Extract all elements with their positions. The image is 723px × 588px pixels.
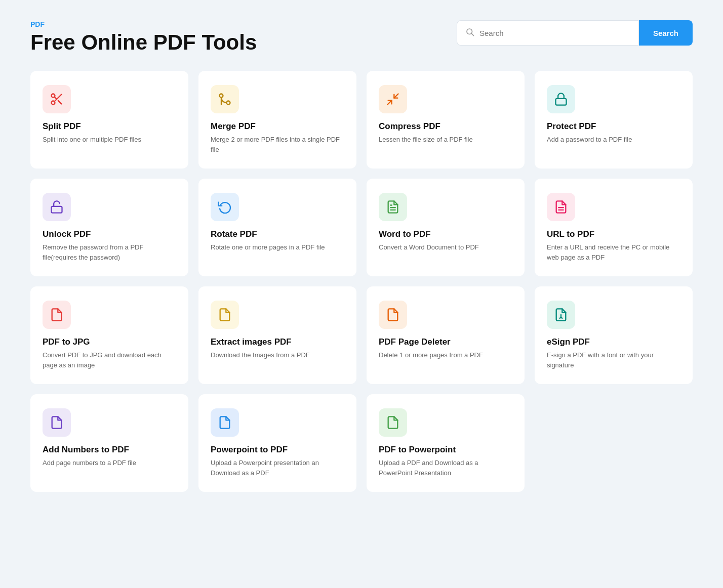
tool-desc: Add a password to a PDF file [547,135,680,145]
tool-name: eSign PDF [547,337,680,347]
tool-name: Protect PDF [547,121,680,132]
tools-container: Split PDF Split into one or multiple PDF… [30,71,693,492]
search-button[interactable]: Search [639,20,693,46]
svg-line-1 [471,33,473,35]
tool-icon-box [547,85,575,113]
svg-line-10 [394,94,398,98]
tool-name: Split PDF [43,121,176,132]
search-area: Search [457,20,693,46]
tool-row-2: PDF to JPG Convert PDF to JPG and downlo… [30,286,693,384]
tool-desc: Delete 1 or more pages from a PDF [379,350,512,360]
tool-name: Powerpoint to PDF [211,445,344,455]
tool-desc: Convert PDF to JPG and download each pag… [43,350,176,370]
brand-label: PDF [30,20,257,28]
tool-icon-box [211,85,239,113]
tool-icon-box [211,301,239,329]
tool-card-2-1[interactable]: Extract images PDF Download the Images f… [198,286,356,384]
tool-icon-box [547,301,575,329]
tool-desc: Enter a URL and receive the PC or mobile… [547,242,680,262]
tool-desc: Add page numbers to a PDF file [43,458,176,468]
tool-desc: Upload a Powerpoint presentation an Down… [211,458,344,478]
tool-icon-box [547,193,575,221]
svg-line-6 [54,97,57,99]
tool-row-0: Split PDF Split into one or multiple PDF… [30,71,693,169]
tool-card-0-0[interactable]: Split PDF Split into one or multiple PDF… [30,71,188,169]
tool-icon-box [43,85,71,113]
tool-name: PDF Page Deleter [379,337,512,347]
search-input[interactable] [479,29,630,37]
tool-card-3-0[interactable]: Add Numbers to PDF Add page numbers to a… [30,394,188,492]
tool-name: Add Numbers to PDF [43,445,176,455]
tool-card-3-1[interactable]: Powerpoint to PDF Upload a Powerpoint pr… [198,394,356,492]
tool-name: URL to PDF [547,229,680,239]
tool-card-1-0[interactable]: Unlock PDF Remove the password from a PD… [30,179,188,276]
tool-name: Word to PDF [379,229,512,239]
tool-desc: Remove the password from a PDF file(requ… [43,242,176,262]
tool-desc: E-sign a PDF with a font or with your si… [547,350,680,370]
svg-rect-11 [556,99,567,105]
tool-desc: Rotate one or more pages in a PDF file [211,242,344,253]
tool-card-0-1[interactable]: Merge PDF Merge 2 or more PDF files into… [198,71,356,169]
tool-icon-box [211,193,239,221]
svg-rect-12 [52,206,62,213]
tool-icon-box [43,408,71,437]
tool-icon-box [379,301,407,329]
tool-name: PDF to Powerpoint [379,445,512,455]
tool-icon-box [43,193,71,221]
tool-card-1-1[interactable]: Rotate PDF Rotate one or more pages in a… [198,179,356,276]
tool-card-3-2[interactable]: PDF to Powerpoint Upload a PDF and Downl… [367,394,525,492]
tool-icon-box [211,408,239,437]
tool-icon-box [43,301,71,329]
tool-icon-box [379,193,407,221]
tool-desc: Split into one or multiple PDF files [43,135,176,145]
tool-card-2-3[interactable]: eSign PDF E-sign a PDF with a font or wi… [535,286,693,384]
svg-line-9 [388,100,392,104]
search-input-wrapper [457,20,639,46]
tool-row-3: Add Numbers to PDF Add page numbers to a… [30,394,693,492]
tool-desc: Convert a Word Document to PDF [379,242,512,253]
tool-desc: Merge 2 or more PDF files into a single … [211,135,344,154]
search-icon [465,27,474,38]
tool-desc: Lessen the file size of a PDF file [379,135,512,145]
tool-icon-box [379,408,407,437]
tool-name: Unlock PDF [43,229,176,239]
tool-card-1-2[interactable]: Word to PDF Convert a Word Document to P… [367,179,525,276]
tool-name: PDF to JPG [43,337,176,347]
tool-icon-box [379,85,407,113]
tool-desc: Download the Images from a PDF [211,350,344,360]
tool-card-1-3[interactable]: URL to PDF Enter a URL and receive the P… [535,179,693,276]
page-title: Free Online PDF Tools [30,30,257,55]
tool-name: Extract images PDF [211,337,344,347]
tool-row-1: Unlock PDF Remove the password from a PD… [30,179,693,276]
tool-card-0-2[interactable]: Compress PDF Lessen the file size of a P… [367,71,525,169]
tool-desc: Upload a PDF and Download as a PowerPoin… [379,458,512,478]
tool-card-2-2[interactable]: PDF Page Deleter Delete 1 or more pages … [367,286,525,384]
tool-card-2-0[interactable]: PDF to JPG Convert PDF to JPG and downlo… [30,286,188,384]
tool-card-0-3[interactable]: Protect PDF Add a password to a PDF file [535,71,693,169]
tool-name: Compress PDF [379,121,512,132]
svg-line-5 [58,101,61,104]
tool-name: Merge PDF [211,121,344,132]
tool-name: Rotate PDF [211,229,344,239]
